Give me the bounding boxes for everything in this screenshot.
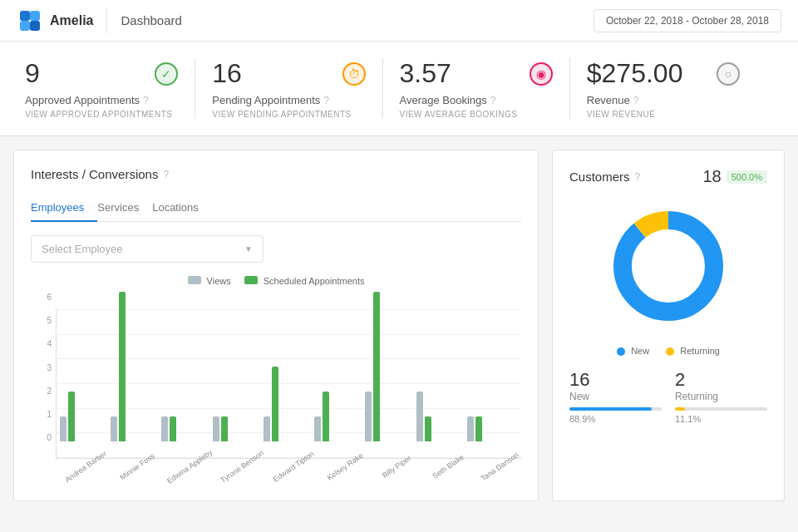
y-label: 6 [31, 293, 52, 302]
bar-scheduled-0 [68, 392, 75, 441]
donut-legend: New Returning [569, 346, 767, 356]
interests-tabs: EmployeesServicesLocations [31, 195, 521, 222]
employee-select[interactable]: Select Employee ▼ [31, 235, 264, 263]
chart-legend: Views Scheduled Appointments [31, 276, 521, 286]
bar-views-6 [365, 392, 372, 441]
stat-help-1[interactable]: ? [323, 95, 329, 106]
tab-services[interactable]: Services [97, 195, 152, 222]
stat-icon-0: ✓ [155, 62, 178, 86]
new-count: 16 [569, 369, 662, 391]
stat-item-0: 9 ✓ Approved Appointments ? VIEW APPROVE… [25, 58, 195, 119]
date-range[interactable]: October 22, 2018 - October 28, 2018 [594, 9, 781, 32]
y-label: 3 [31, 363, 52, 372]
stat-label-2: Average Bookings ? [400, 94, 553, 106]
x-labels: Andrea BarberMinnie FossEdwina ApplebyTy… [31, 461, 521, 472]
stat-link-0[interactable]: VIEW APPROVED APPOINTMENTS [25, 110, 178, 119]
logo: Amelia [17, 7, 93, 34]
stat-item-1: 16 ⏱ Pending Appointments ? VIEW PENDING… [212, 58, 382, 119]
stat-help-2[interactable]: ? [490, 95, 496, 106]
bar-views-1 [111, 416, 117, 441]
app-name: Amelia [50, 13, 93, 28]
returning-customers-stat: 2 Returning 11.1% [662, 369, 767, 424]
bar-scheduled-1 [119, 292, 126, 441]
header: Amelia Dashboard October 22, 2018 - Octo… [0, 0, 798, 42]
returning-legend-dot [666, 347, 674, 356]
stat-value-0: 9 [25, 58, 40, 89]
stat-label-0: Approved Appointments ? [25, 94, 178, 106]
customers-help-icon[interactable]: ? [635, 171, 641, 183]
bar-chart: 0123456 [31, 293, 521, 484]
new-progress-fill [569, 407, 652, 411]
new-customers-stat: 16 New 88.9% [569, 369, 662, 424]
y-label: 2 [31, 387, 52, 396]
y-label: 0 [31, 433, 52, 442]
stat-icon-1: ⏱ [342, 62, 366, 86]
bar-scheduled-4 [272, 367, 278, 441]
stat-link-2[interactable]: VIEW AVERAGE BOOKINGS [400, 110, 553, 119]
bar-views-5 [314, 416, 321, 441]
interests-title: Interests / Conversions ? [31, 167, 521, 181]
page-title: Dashboard [121, 13, 181, 27]
bar-scheduled-2 [170, 416, 176, 441]
bar-scheduled-7 [425, 416, 431, 441]
stat-value-3: $275.00 [587, 58, 683, 89]
select-placeholder: Select Employee [42, 243, 123, 255]
stat-link-1[interactable]: VIEW PENDING APPOINTMENTS [212, 110, 365, 119]
scheduled-legend: Scheduled Appointments [244, 276, 365, 286]
bar-group-7 [416, 392, 467, 458]
stat-help-0[interactable]: ? [143, 95, 149, 106]
bar-views-0 [60, 416, 66, 441]
bar-views-2 [161, 416, 168, 441]
interests-panel: Interests / Conversions ? EmployeesServi… [13, 150, 539, 501]
stat-value-2: 3.57 [400, 58, 451, 89]
bar-group-4 [264, 367, 314, 458]
bar-scheduled-6 [373, 292, 380, 441]
y-axis: 0123456 [31, 293, 52, 442]
y-label: 4 [31, 339, 52, 348]
bar-views-8 [467, 416, 474, 441]
stat-help-3[interactable]: ? [633, 95, 639, 106]
y-label: 5 [31, 316, 52, 325]
chevron-down-icon: ▼ [244, 244, 253, 254]
returning-progress-bar [675, 407, 767, 411]
main-content: Interests / Conversions ? EmployeesServi… [0, 136, 798, 515]
logo-icon [17, 7, 43, 34]
new-legend-dot [617, 347, 625, 356]
donut-chart [569, 200, 767, 332]
new-progress-bar [569, 407, 662, 411]
header-divider [106, 8, 107, 33]
bar-group-6 [365, 292, 416, 458]
bar-group-1 [111, 292, 161, 458]
stat-item-2: 3.57 ◉ Average Bookings ? VIEW AVERAGE B… [400, 58, 570, 119]
tab-locations[interactable]: Locations [152, 195, 212, 222]
stat-icon-3: ○ [717, 62, 740, 86]
bar-views-7 [416, 392, 423, 441]
stat-value-1: 16 [212, 58, 242, 89]
svg-rect-0 [20, 11, 30, 21]
stat-icon-2: ◉ [530, 62, 553, 86]
bar-scheduled-3 [221, 416, 228, 441]
new-legend: New [617, 346, 649, 356]
svg-rect-2 [20, 21, 30, 31]
customers-title: Customers ? [569, 170, 640, 184]
svg-point-4 [623, 220, 714, 312]
stat-link-3[interactable]: VIEW REVENUE [587, 110, 740, 119]
tab-employees[interactable]: Employees [31, 195, 97, 222]
new-label: New [569, 391, 662, 402]
customers-percentage: 500.0% [727, 170, 767, 184]
bar-views-4 [264, 416, 270, 441]
returning-legend: Returning [666, 346, 720, 356]
svg-rect-1 [30, 11, 40, 21]
svg-rect-3 [30, 21, 40, 31]
returning-count: 2 [675, 369, 767, 391]
y-label: 1 [31, 410, 52, 419]
customers-panel: Customers ? 18 500.0% New [552, 150, 785, 501]
bar-views-3 [213, 416, 219, 441]
customers-header: Customers ? 18 500.0% [569, 167, 767, 186]
customer-stats: 16 New 88.9% 2 Returning 11.1% [569, 369, 767, 424]
interests-help-icon[interactable]: ? [163, 169, 169, 180]
bar-scheduled-8 [475, 416, 482, 441]
returning-pct: 11.1% [675, 414, 767, 424]
customers-count: 18 [702, 167, 721, 186]
chart-bars [56, 309, 521, 459]
